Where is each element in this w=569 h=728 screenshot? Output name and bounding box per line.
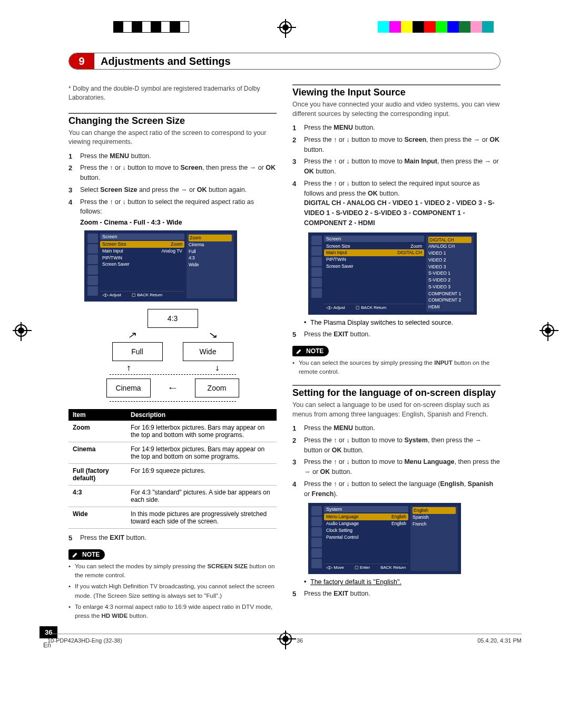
registration-mark-icon xyxy=(15,324,27,337)
section-title: Setting for the language of on-screen di… xyxy=(292,385,501,399)
osd-screenshot: Screen Screen SizeZoom Main InputAnalog … xyxy=(84,230,237,302)
osd-screenshot: Screen Screen SizeZoom Main InputDIGITAL… xyxy=(308,232,477,315)
left-column: * Dolby and the double-D symbol are regi… xyxy=(68,80,277,623)
dolby-footnote: * Dolby and the double-D symbol are regi… xyxy=(68,84,277,102)
step: Press the EXIT button. xyxy=(68,533,277,543)
chapter-number: 9 xyxy=(69,53,94,69)
step: Press the ↑ or ↓ button to move to Main … xyxy=(292,157,501,177)
pencil-icon xyxy=(72,551,79,558)
print-footer: 10-PDP42A3HD-Eng (32-38) 36 05.4.20, 4:3… xyxy=(47,634,522,644)
section-title: Viewing the Input Source xyxy=(292,84,501,98)
section-title: Changing the Screen Size xyxy=(68,113,277,127)
note-badge: NOTE xyxy=(68,549,105,560)
step: Press the MENU button. xyxy=(68,151,277,161)
chapter-title: Adjustments and Settings xyxy=(94,55,231,67)
step: Press the MENU button. xyxy=(292,123,501,133)
chapter-header: 9 Adjustments and Settings xyxy=(68,53,501,70)
osd-screenshot: System Menu LanguageEnglish Audio Langua… xyxy=(308,503,461,574)
step: Press the ↑ or ↓ button to select the re… xyxy=(292,179,501,228)
cycle-text: Zoom - Cinema - Full - 4:3 - Wide xyxy=(80,219,277,226)
step: Press the ↑ or ↓ button to move to Syste… xyxy=(292,435,501,455)
step: Press the ↑ or ↓ button to select the la… xyxy=(292,479,501,499)
step: Press the MENU button. xyxy=(292,423,501,433)
steps-list: Press the MENU button. Press the ↑ or ↓ … xyxy=(68,151,277,217)
step: Press the ↑ or ↓ button to move to Scree… xyxy=(68,163,277,183)
registration-mark-icon xyxy=(542,324,554,337)
step: Press the EXIT button. xyxy=(292,329,501,339)
modes-table: ItemDescription ZoomFor 16:9 letterbox p… xyxy=(68,409,277,529)
step: Press the EXIT button. xyxy=(292,589,501,599)
mode-flow-diagram: 4:3 ↗↘ FullWide ↑↓ Cinema←Zoom xyxy=(104,307,241,402)
section-desc: Once you have connected your audio and v… xyxy=(292,100,501,119)
step: Press the ↑ or ↓ button to move to Menu … xyxy=(292,457,501,477)
page-body: 9 Adjustments and Settings * Dolby and t… xyxy=(68,53,501,623)
step: Select Screen Size and press the → or OK… xyxy=(68,185,277,195)
right-column: Viewing the Input Source Once you have c… xyxy=(292,80,501,623)
step: Press the ↑ or ↓ button to select the re… xyxy=(68,197,277,217)
note-badge: NOTE xyxy=(292,346,329,356)
section-desc: You can change the aspect ratio of the s… xyxy=(68,129,277,147)
note-list: You can select the modes by simply press… xyxy=(68,562,277,621)
registration-mark-icon xyxy=(279,21,292,34)
sub-bullet: The Plasma Display switches to selected … xyxy=(304,319,501,326)
sub-bullet: The factory default is "English". xyxy=(304,578,501,586)
step: Press the ↑ or ↓ button to move to Scree… xyxy=(292,135,501,155)
pencil-icon xyxy=(296,347,303,355)
